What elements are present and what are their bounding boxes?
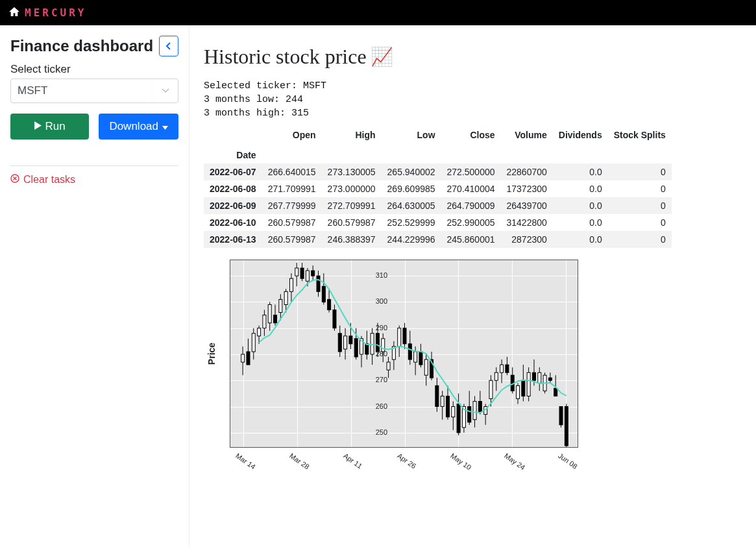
ticker-select[interactable]: MSFT: [10, 79, 178, 103]
svg-rect-40: [344, 336, 347, 349]
svg-rect-28: [311, 271, 315, 276]
svg-rect-6: [252, 334, 255, 352]
svg-rect-20: [289, 278, 293, 291]
svg-rect-68: [419, 352, 422, 365]
table-row: 2022-06-07266.640015273.130005265.940002…: [204, 164, 672, 180]
svg-rect-122: [565, 407, 568, 446]
chart-icon: 📈: [371, 46, 393, 67]
svg-rect-48: [365, 344, 369, 354]
svg-rect-120: [559, 407, 563, 425]
svg-rect-78: [446, 396, 449, 417]
svg-rect-106: [522, 380, 525, 396]
svg-rect-12: [268, 304, 271, 322]
run-button[interactable]: Run: [10, 114, 89, 140]
ticker-select-value: MSFT: [18, 84, 47, 97]
svg-rect-66: [414, 352, 417, 362]
svg-rect-30: [317, 276, 320, 291]
close-circle-icon: [10, 174, 19, 186]
svg-rect-82: [457, 404, 460, 433]
table-row: 2022-06-13260.579987246.388397244.229996…: [204, 231, 672, 248]
svg-rect-96: [494, 372, 498, 380]
svg-rect-70: [424, 359, 428, 375]
svg-rect-10: [263, 315, 266, 328]
brand: MERCURY: [25, 6, 86, 19]
svg-rect-42: [349, 336, 352, 344]
svg-rect-118: [554, 388, 557, 396]
svg-rect-112: [538, 372, 541, 383]
home-icon[interactable]: [9, 7, 19, 19]
topbar: MERCURY: [0, 0, 756, 25]
svg-rect-36: [333, 310, 336, 328]
info-block: Selected ticker: MSFT 3 months low: 244 …: [204, 79, 740, 120]
svg-rect-60: [398, 328, 401, 346]
svg-rect-32: [322, 286, 325, 302]
svg-rect-38: [338, 334, 341, 352]
chevron-down-icon: [152, 79, 178, 103]
ticker-label: Select ticker: [10, 63, 178, 76]
svg-rect-74: [435, 385, 439, 406]
download-button[interactable]: Download: [99, 114, 178, 140]
svg-rect-50: [371, 334, 374, 354]
table-row: 2022-06-08271.709991273.000000269.609985…: [204, 180, 672, 197]
svg-rect-108: [527, 372, 530, 396]
svg-rect-18: [284, 291, 287, 304]
svg-rect-98: [500, 365, 504, 372]
sidebar: Finance dashboard Select ticker MSFT Run…: [0, 25, 189, 547]
main-content: Historic stock price 📈 Selected ticker: …: [189, 25, 756, 547]
page-title: Historic stock price 📈: [204, 45, 740, 69]
svg-rect-26: [306, 271, 309, 281]
svg-rect-56: [387, 362, 390, 370]
svg-rect-24: [300, 268, 304, 278]
table-row: 2022-06-10260.579987260.579987252.529999…: [204, 214, 672, 231]
svg-rect-62: [403, 328, 406, 344]
svg-rect-14: [274, 315, 277, 323]
svg-rect-2: [241, 354, 245, 362]
svg-rect-16: [279, 299, 282, 312]
svg-rect-34: [328, 299, 331, 310]
svg-rect-100: [506, 365, 509, 372]
sidebar-title: Finance dashboard: [10, 37, 153, 55]
collapse-sidebar-button[interactable]: [159, 36, 178, 56]
svg-rect-86: [468, 407, 471, 422]
price-table: OpenHighLowCloseVolumeDividendsStock Spl…: [204, 127, 740, 248]
svg-rect-80: [452, 407, 455, 417]
chart-ylabel: Price: [206, 343, 217, 365]
divider: [10, 165, 178, 166]
svg-rect-4: [247, 352, 250, 365]
svg-rect-64: [408, 344, 411, 359]
svg-rect-22: [295, 268, 299, 276]
play-icon: [34, 120, 42, 133]
svg-rect-104: [517, 385, 520, 398]
svg-rect-8: [258, 328, 261, 336]
svg-rect-76: [441, 396, 444, 406]
svg-rect-88: [473, 402, 476, 420]
svg-rect-94: [489, 380, 493, 398]
svg-rect-52: [376, 334, 379, 352]
caret-down-icon: [162, 120, 168, 133]
candlestick-chart: Price 250260270280290300310Mar 14Mar 28A…: [230, 260, 740, 448]
table-row: 2022-06-09267.779999272.709991264.630005…: [204, 197, 672, 214]
svg-rect-90: [478, 402, 482, 412]
svg-rect-116: [548, 378, 552, 380]
clear-tasks-link[interactable]: Clear tasks: [10, 174, 178, 186]
svg-rect-110: [532, 372, 535, 380]
svg-rect-44: [354, 339, 358, 357]
